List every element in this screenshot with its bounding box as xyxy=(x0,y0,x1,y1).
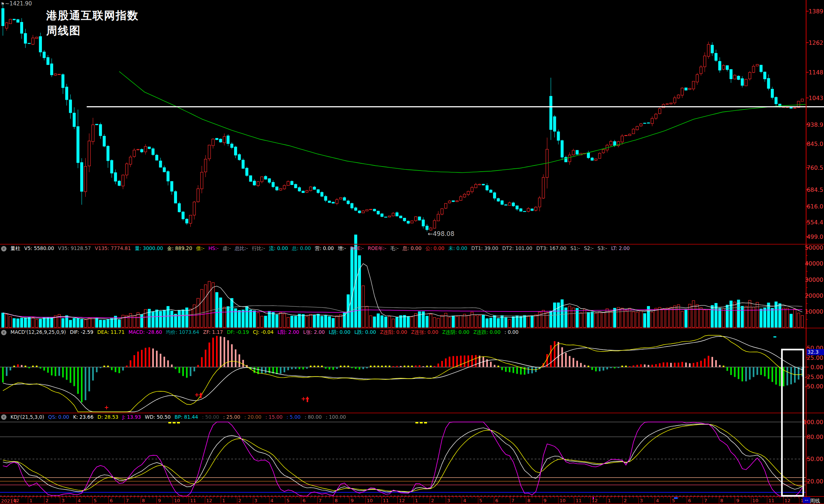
chart-title: 港股通互联网指数 周线图 xyxy=(46,8,139,38)
header-field: 量: 3000.00 xyxy=(135,245,163,252)
header-field: DT1: 39.00 xyxy=(471,245,499,252)
collapse-icon[interactable]: ∨ xyxy=(1,246,7,251)
month-label: 9 xyxy=(158,498,161,503)
month-label: 10 xyxy=(174,498,180,503)
collapse-icon[interactable]: ∨ xyxy=(1,330,7,335)
header-field: Z连阴: 0.00 xyxy=(442,329,469,336)
price-axis-label: 1262 xyxy=(808,39,823,46)
header-field: L阳: 2.00 xyxy=(277,329,299,336)
high-price-marker: ⚑~1421.90 xyxy=(1,0,32,7)
month-label: 9 xyxy=(736,498,739,503)
price-axis-label: 1043 xyxy=(808,95,823,102)
month-separator xyxy=(60,497,60,504)
month-separator xyxy=(462,497,462,504)
header-field: HS:- xyxy=(208,245,219,252)
header-field: V135: 7774.81 xyxy=(95,245,131,252)
header-field: DT3: 167.00 xyxy=(536,245,566,252)
month-separator xyxy=(590,497,591,504)
month-label: 4 xyxy=(656,498,659,503)
panel-dividers xyxy=(0,0,824,504)
green-ma-line xyxy=(119,72,806,173)
month-separator xyxy=(333,497,333,504)
chart-title-line1: 港股通互联网指数 xyxy=(46,8,139,23)
header-field: MACD: -28.60 xyxy=(129,329,162,336)
month-separator xyxy=(414,497,414,504)
month-separator xyxy=(301,497,301,504)
month-separator xyxy=(526,497,526,504)
month-label: 7 xyxy=(512,498,514,503)
header-field: DF: -0.19 xyxy=(227,329,249,336)
header-field: 总比:- xyxy=(235,245,248,252)
volume-axis-label: 40000 xyxy=(805,260,823,267)
header-field: DT2: 101.00 xyxy=(502,245,532,252)
month-label: 8 xyxy=(142,498,145,503)
price-axis-label: 1148 xyxy=(808,69,823,76)
highlight-box xyxy=(782,350,803,496)
header-field: K: 23.66 xyxy=(73,414,93,420)
macd-axis-badge: 32.3 xyxy=(807,349,824,355)
month-separator xyxy=(269,497,269,504)
month-label: 3 xyxy=(254,498,257,503)
month-separator xyxy=(285,497,285,504)
price-axis-label: 845.0 xyxy=(807,141,823,147)
month-label: 12 xyxy=(399,498,405,503)
header-field: : 50.00 xyxy=(202,414,219,420)
header-field: 均价: 1073.64 xyxy=(166,329,199,336)
month-separator xyxy=(767,497,767,504)
header-field: 公: 0.00 xyxy=(426,245,444,252)
month-label: 5 xyxy=(286,498,289,503)
header-field: LT: 2.00 xyxy=(611,245,630,252)
price-axis-label: 1389 xyxy=(808,8,823,15)
kdj-axis-label: 20.00 xyxy=(807,478,823,485)
macd-panel-header: ∨ MACD'(12,26,9,25,0,9)DIF: -2.59DEA: 11… xyxy=(1,329,518,336)
header-field: DIF: -2.59 xyxy=(70,329,93,336)
header-field: L跌: 0.00 xyxy=(354,329,376,336)
price-axis-label: 684.5 xyxy=(807,186,823,193)
chart-canvas[interactable] xyxy=(0,0,824,504)
month-label: 7 xyxy=(319,498,322,503)
month-label: 6 xyxy=(302,498,305,503)
header-field: : 15.00 xyxy=(266,414,283,420)
header-field: KDJ'(21,5,3,0) xyxy=(10,414,44,420)
month-separator xyxy=(655,497,655,504)
header-field: L张: 2.00 xyxy=(303,329,325,336)
month-label: 8 xyxy=(720,498,723,503)
month-separator xyxy=(173,497,173,504)
header-field: Z连跌: 0.00 xyxy=(473,329,500,336)
month-separator xyxy=(12,497,12,504)
header-field: ROE年:- xyxy=(368,245,386,252)
month-label: 2 xyxy=(238,498,241,503)
low-price-marker: ←498.08 xyxy=(428,230,454,237)
month-separator xyxy=(574,497,574,504)
header-field: V5: 5580.00 xyxy=(24,245,54,252)
month-label: 9 xyxy=(351,498,354,503)
kdj-axis-label: 80.00 xyxy=(807,434,823,440)
header-field: ROE:- xyxy=(350,245,364,252)
header-field: ZF: 1.17 xyxy=(203,329,223,336)
month-separator xyxy=(253,497,253,504)
month-separator xyxy=(558,497,558,504)
month-label: 4 xyxy=(463,498,466,503)
flag-icon: ⚑ xyxy=(1,1,5,7)
month-label: 6 xyxy=(495,498,498,503)
macd-layer xyxy=(2,335,803,412)
month-label: 2 xyxy=(431,498,434,503)
volume-panel-header: ∨ 量柱V5: 5580.00V35: 9128.57V135: 7774.81… xyxy=(1,245,630,252)
month-label: 1 xyxy=(415,498,418,503)
header-field: : 5.00 xyxy=(286,414,301,420)
collapse-icon[interactable]: ∨ xyxy=(1,414,7,420)
month-separator xyxy=(237,497,237,504)
month-separator xyxy=(510,497,510,504)
price-axis-label: 760.5 xyxy=(807,164,823,171)
month-separator xyxy=(76,497,77,504)
month-separator xyxy=(478,497,478,504)
month-label: 9 xyxy=(544,498,547,503)
period-selector-button[interactable]: 周线 xyxy=(810,498,820,504)
month-separator xyxy=(156,497,157,504)
month-label: 12 xyxy=(785,498,791,503)
month-label: 6 xyxy=(688,498,691,503)
header-field: 倍:- xyxy=(196,245,204,252)
month-separator xyxy=(44,497,44,504)
header-field: QS: 0.00 xyxy=(48,414,69,420)
header-field: S2:- xyxy=(584,245,594,252)
